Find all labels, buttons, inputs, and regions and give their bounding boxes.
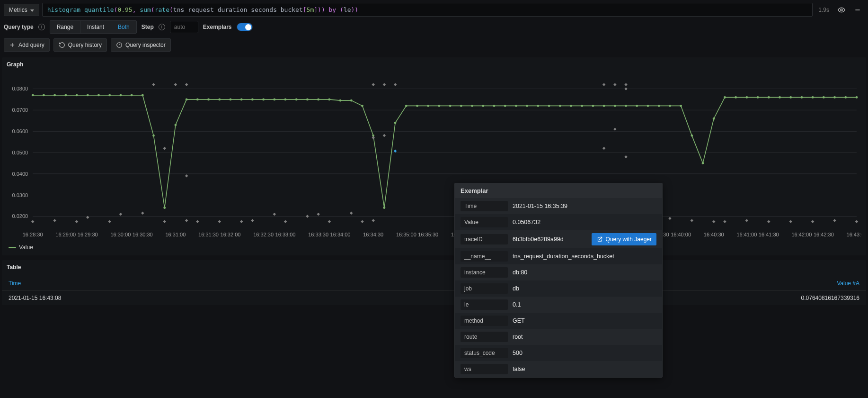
svg-text:16:40:30: 16:40:30 xyxy=(704,232,724,237)
query-type-range[interactable]: Range xyxy=(50,21,80,33)
cell-value: 0.07640816167339316 xyxy=(801,295,859,301)
svg-point-0 xyxy=(841,9,842,11)
tooltip-key: ws xyxy=(461,364,508,374)
svg-point-51 xyxy=(32,94,34,97)
query-token: ( xyxy=(151,6,155,13)
svg-text:16:42:30: 16:42:30 xyxy=(814,232,834,237)
graph-panel: Graph 0.02000.03000.04000.05000.06000.07… xyxy=(2,57,866,255)
svg-text:16:33:00: 16:33:00 xyxy=(275,232,296,237)
add-query-label: Add query xyxy=(18,42,44,48)
col-time[interactable]: Time xyxy=(9,280,21,287)
tooltip-key: status_code xyxy=(461,348,508,358)
exemplars-toggle[interactable] xyxy=(237,23,253,31)
step-input[interactable] xyxy=(170,21,198,33)
svg-point-96 xyxy=(526,105,528,107)
table-header: Time Value #A xyxy=(2,276,866,290)
chart-svg: 0.02000.03000.04000.05000.06000.07000.08… xyxy=(7,73,861,240)
query-token: 0.95 xyxy=(117,6,132,13)
svg-point-54 xyxy=(64,94,67,97)
svg-point-124 xyxy=(833,96,836,99)
svg-point-125 xyxy=(844,96,847,99)
svg-point-79 xyxy=(339,100,342,102)
svg-point-85 xyxy=(405,105,407,107)
svg-text:16:30:00: 16:30:00 xyxy=(110,232,131,237)
query-with-jaeger-button[interactable]: Query with Jaeger xyxy=(592,233,656,245)
tooltip-row: le0.1 xyxy=(455,297,662,313)
svg-point-58 xyxy=(108,94,111,97)
query-type-both[interactable]: Both xyxy=(111,21,136,33)
query-input[interactable]: histogram_quantile(0.95, sum(rate(tns_re… xyxy=(42,3,813,17)
svg-point-111 xyxy=(691,135,693,137)
svg-text:16:43:00: 16:43:00 xyxy=(847,232,861,237)
query-type-segmented[interactable]: RangeInstantBoth xyxy=(50,20,137,34)
query-history-button[interactable]: Query history xyxy=(53,38,107,52)
svg-point-115 xyxy=(735,96,737,99)
svg-text:16:34:30: 16:34:30 xyxy=(363,232,383,237)
col-value[interactable]: Value #A xyxy=(837,280,859,287)
tooltip-row: Value0.0506732 xyxy=(455,214,662,230)
tooltip-row: routeroot xyxy=(455,329,662,345)
metrics-dropdown[interactable]: Metrics xyxy=(4,4,39,16)
svg-point-89 xyxy=(449,105,452,107)
tooltip-row: methodGET xyxy=(455,313,662,329)
query-actions-row: Add query Query history Query inspector xyxy=(0,38,868,57)
query-token: tns_request_duration_seconds_bucket xyxy=(173,6,303,13)
add-query-button[interactable]: Add query xyxy=(4,38,50,52)
query-inspector-button[interactable]: Query inspector xyxy=(111,38,171,52)
exemplar-tooltip: Exemplar Time2021-01-15 16:35:39Value0.0… xyxy=(454,183,663,378)
tooltip-key: job xyxy=(461,283,508,294)
svg-point-87 xyxy=(427,105,429,107)
svg-text:0.0800: 0.0800 xyxy=(12,86,28,91)
svg-point-71 xyxy=(251,98,254,100)
svg-point-80 xyxy=(350,100,353,102)
query-token: sum xyxy=(140,6,151,13)
svg-point-78 xyxy=(328,98,330,100)
svg-point-56 xyxy=(87,94,89,97)
svg-point-109 xyxy=(669,105,671,107)
table-title: Table xyxy=(2,260,866,273)
tooltip-value: GET xyxy=(513,317,656,324)
svg-text:16:35:30: 16:35:30 xyxy=(418,232,438,237)
info-icon[interactable]: i xyxy=(159,24,165,30)
svg-point-102 xyxy=(592,105,594,107)
svg-point-110 xyxy=(680,105,682,107)
svg-point-98 xyxy=(548,105,550,107)
eye-icon[interactable] xyxy=(835,3,848,17)
legend-swatch xyxy=(9,247,16,248)
svg-text:16:33:30: 16:33:30 xyxy=(308,232,328,237)
tooltip-value: root xyxy=(513,334,656,340)
svg-point-108 xyxy=(658,105,660,107)
svg-text:16:29:00: 16:29:00 xyxy=(55,232,76,237)
cell-time: 2021-01-15 16:43:08 xyxy=(9,295,61,301)
exemplars-label: Exemplars xyxy=(203,24,232,30)
info-icon[interactable]: i xyxy=(38,24,45,30)
tooltip-value: 6b3bfb0e6289a99d xyxy=(513,236,587,243)
tooltip-value: db:80 xyxy=(513,269,656,276)
tooltip-row: jobdb xyxy=(455,280,662,297)
query-inspector-label: Query inspector xyxy=(125,42,166,48)
svg-point-55 xyxy=(76,94,78,97)
step-label: Step xyxy=(142,24,154,30)
tooltip-key: traceID xyxy=(461,234,508,244)
tooltip-value: 2021-01-15 16:35:39 xyxy=(513,203,656,209)
tooltip-row: status_code500 xyxy=(455,345,662,361)
tooltip-value: 0.1 xyxy=(513,301,656,308)
query-type-instant[interactable]: Instant xyxy=(80,21,111,33)
svg-point-70 xyxy=(240,98,243,100)
svg-text:16:30:30: 16:30:30 xyxy=(133,232,153,237)
tooltip-row: traceID6b3bfb0e6289a99dQuery with Jaeger xyxy=(455,230,662,248)
svg-point-76 xyxy=(306,98,309,100)
graph-area[interactable]: 0.02000.03000.04000.05000.06000.07000.08… xyxy=(2,71,866,241)
svg-text:16:32:00: 16:32:00 xyxy=(221,232,241,237)
svg-point-126 xyxy=(856,96,858,99)
svg-point-95 xyxy=(515,105,517,107)
svg-point-113 xyxy=(713,118,715,120)
svg-point-88 xyxy=(438,105,441,107)
query-token: by xyxy=(325,6,340,13)
query-exec-time: 1.9s xyxy=(815,7,832,13)
query-token: histogram_quantile xyxy=(47,6,114,13)
svg-point-103 xyxy=(603,105,605,107)
svg-point-83 xyxy=(383,207,386,209)
tooltip-key: Value xyxy=(461,217,508,227)
minus-icon[interactable] xyxy=(851,3,864,17)
